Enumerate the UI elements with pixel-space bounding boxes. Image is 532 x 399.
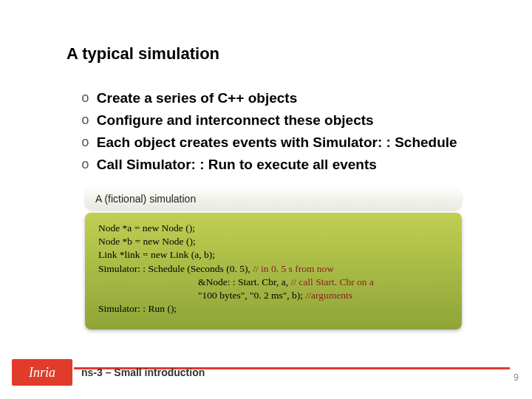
code-line: Simulator: : Schedule (Seconds (0. 5), /… — [98, 262, 449, 276]
code-comment: //arguments — [305, 290, 352, 301]
code-line: Simulator: : Run (); — [98, 302, 449, 316]
bullet-text: Create a series of C++ objects — [97, 89, 297, 108]
bullet-marker: o — [81, 111, 89, 130]
bullet-item: o Create a series of C++ objects — [81, 89, 495, 108]
bullet-marker: o — [81, 155, 89, 174]
bullet-marker: o — [81, 89, 89, 108]
bullet-text: Call Simulator: : Run to execute all eve… — [97, 155, 377, 174]
slide-title: A typical simulation — [66, 44, 219, 64]
code-line: &Node: : Start. Cbr, a, // call Start. C… — [98, 276, 449, 289]
bullet-text: Configure and interconnect these objects — [97, 111, 374, 130]
bullet-marker: o — [81, 133, 89, 152]
bullet-item: o Each object creates events with Simula… — [81, 133, 495, 152]
footer: Inria ns-3 – Small introduction — [0, 359, 532, 386]
code-comment: // call Start. Cbr on a — [290, 276, 373, 287]
footer-text: ns-3 – Small introduction — [81, 366, 205, 378]
bullet-list: o Create a series of C++ objects o Confi… — [81, 89, 495, 177]
code-line: Link *link = new Link (a, b); — [98, 248, 449, 262]
code-line: "100 bytes", "0. 2 ms", b); //arguments — [98, 289, 449, 302]
code-comment: // in 0. 5 s from now — [253, 263, 334, 274]
inria-logo: Inria — [12, 359, 72, 386]
bullet-item: o Call Simulator: : Run to execute all e… — [81, 155, 495, 174]
code-block: Node *a = new Node (); Node *b = new Nod… — [85, 213, 462, 330]
bullet-item: o Configure and interconnect these objec… — [81, 111, 495, 130]
page-number: 9 — [514, 372, 519, 383]
code-line: Node *a = new Node (); — [98, 222, 449, 235]
bullet-text: Each object creates events with Simulato… — [97, 133, 457, 152]
code-line: Node *b = new Node (); — [98, 235, 449, 248]
code-subtitle: A (fictional) simulation — [85, 188, 462, 210]
